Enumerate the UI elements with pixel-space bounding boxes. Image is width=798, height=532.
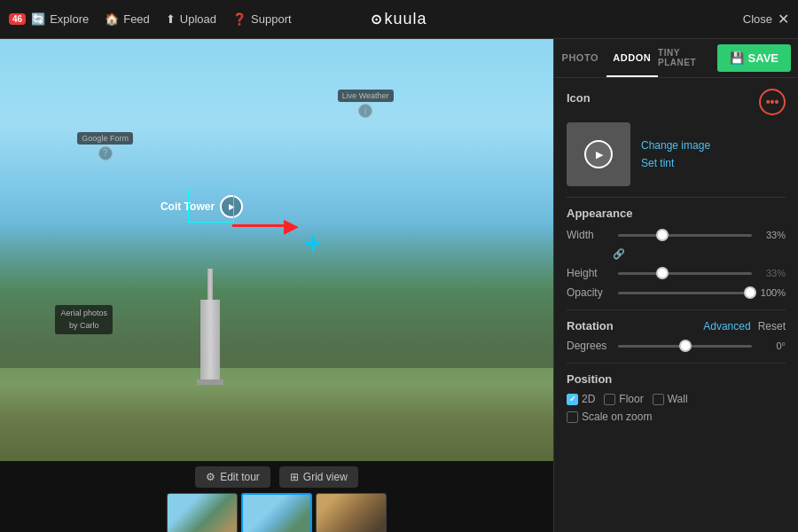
thumbnails-row	[167, 493, 387, 532]
scale-label: Scale on zoom	[582, 411, 652, 423]
tab-tiny-planet[interactable]: TINY PLANET	[658, 39, 710, 77]
grid-icon: ⊞	[290, 471, 299, 483]
height-slider[interactable]	[618, 272, 752, 275]
close-icon[interactable]: ✕	[778, 11, 789, 27]
2d-checkbox[interactable]: ✓	[567, 394, 578, 405]
rotation-section: Rotation Advanced Reset Degrees 0°	[567, 319, 786, 352]
divider-1	[567, 197, 786, 198]
notification-badge[interactable]: 46	[9, 13, 26, 25]
height-label: Height	[567, 267, 613, 279]
close-area[interactable]: Close ✕	[743, 11, 789, 27]
wall-label: Wall	[668, 393, 688, 405]
icon-links: Change image Set tint	[641, 139, 710, 169]
wall-checkbox[interactable]	[653, 394, 664, 405]
width-label: Width	[567, 229, 613, 241]
nav-feed[interactable]: 🏠 Feed	[105, 12, 150, 26]
save-icon: 💾	[730, 51, 744, 65]
play-triangle-icon: ▶	[596, 149, 603, 160]
live-weather-icon[interactable]: i	[358, 104, 372, 118]
main-layout: Google Form ? Live Weather i Coit Tower …	[0, 39, 798, 532]
photo-strip: ⚙ Edit tour ⊞ Grid view ▾	[0, 461, 553, 532]
icon-section: Icon ••• ▶ Change image Set tint	[567, 89, 786, 186]
position-2d[interactable]: ✓ 2D	[567, 393, 595, 405]
icon-preview: ▶	[567, 122, 630, 186]
position-section: Position ✓ 2D Floor Wall	[567, 372, 786, 423]
city-bg	[0, 221, 553, 369]
google-form-hotspot[interactable]: Google Form ?	[77, 132, 133, 160]
coit-tower-play-button[interactable]: ▶	[220, 195, 243, 218]
grid-view-button[interactable]: ⊞ Grid view	[279, 466, 358, 488]
opacity-label: Opacity	[567, 286, 613, 299]
edit-tour-button[interactable]: ⚙ Edit tour	[195, 466, 270, 488]
rotation-header: Rotation Advanced Reset	[567, 319, 786, 332]
scale-checkbox[interactable]	[567, 411, 578, 423]
logo: ⊙kuula	[371, 10, 426, 28]
rotation-title: Rotation	[567, 319, 703, 332]
nav-upload[interactable]: ⬆ Upload	[166, 12, 216, 26]
degrees-thumb[interactable]	[679, 340, 692, 352]
change-image-link[interactable]: Change image	[641, 139, 710, 152]
top-nav: 46 🔄 Explore 🏠 Feed ⬆ Upload ❓ Support ⊙…	[0, 0, 798, 39]
panel-content: Icon ••• ▶ Change image Set tint	[554, 78, 798, 532]
gear-icon: ⚙	[206, 471, 215, 483]
support-icon: ❓	[232, 12, 246, 26]
2d-label: 2D	[582, 393, 595, 405]
feed-icon: 🏠	[105, 12, 119, 26]
width-slider[interactable]	[618, 234, 752, 237]
position-wall[interactable]: Wall	[653, 393, 688, 405]
height-row: Height 33%	[567, 267, 786, 279]
tab-bar: PHOTO ADDON TINY PLANET 💾 SAVE	[554, 39, 798, 78]
opacity-slider[interactable]	[618, 292, 752, 294]
link-icon: 🔗	[613, 248, 625, 260]
set-tint-link[interactable]: Set tint	[641, 157, 710, 169]
thumbnail-2[interactable]	[241, 493, 312, 532]
google-form-icon[interactable]: ?	[98, 146, 113, 160]
more-options-button[interactable]: •••	[759, 89, 786, 115]
floor-label: Floor	[619, 393, 643, 405]
photo-panel: Google Form ? Live Weather i Coit Tower …	[0, 39, 553, 532]
coit-tower	[197, 269, 223, 385]
icon-section-title: Icon	[567, 91, 591, 105]
nav-support[interactable]: ❓ Support	[232, 12, 292, 26]
reset-link[interactable]: Reset	[758, 320, 786, 332]
degrees-value: 0°	[757, 340, 786, 351]
position-options-row: ✓ 2D Floor Wall	[567, 393, 786, 405]
explore-icon: 🔄	[31, 12, 45, 26]
icon-row: ▶ Change image Set tint	[567, 122, 786, 186]
thumbnail-1[interactable]	[167, 493, 238, 532]
position-title: Position	[567, 372, 786, 386]
height-thumb[interactable]	[656, 267, 669, 279]
coit-tower-text: Coit Tower	[160, 200, 215, 213]
scale-on-zoom[interactable]: Scale on zoom	[567, 411, 786, 423]
tab-photo[interactable]: PHOTO	[554, 39, 606, 77]
position-floor[interactable]: Floor	[604, 393, 643, 405]
appearance-section: Appearance Width 33% 🔗 Height	[567, 207, 786, 299]
height-value: 33%	[757, 268, 786, 278]
width-thumb[interactable]	[656, 229, 669, 241]
rotation-controls: Advanced Reset	[703, 320, 786, 332]
thumbnail-3[interactable]	[316, 493, 387, 532]
opacity-row: Opacity 100%	[567, 286, 786, 299]
advanced-link[interactable]: Advanced	[703, 320, 750, 332]
degrees-label: Degrees	[567, 340, 613, 352]
upload-icon: ⬆	[166, 12, 176, 26]
degrees-row: Degrees 0°	[567, 340, 786, 352]
appearance-title: Appearance	[567, 207, 786, 220]
opacity-thumb[interactable]	[744, 286, 756, 299]
save-button[interactable]: 💾 SAVE	[717, 44, 791, 72]
tab-addon[interactable]: ADDON	[606, 39, 659, 77]
icon-play-circle: ▶	[584, 140, 613, 168]
right-panel: PHOTO ADDON TINY PLANET 💾 SAVE Icon •••	[553, 39, 798, 532]
coit-tower-label: Coit Tower ▶	[160, 195, 243, 218]
aerial-photos-hotspot[interactable]: Aerial photosby Carlo	[55, 305, 113, 334]
photo-main[interactable]: Google Form ? Live Weather i Coit Tower …	[0, 39, 553, 461]
floor-checkbox[interactable]	[604, 394, 615, 405]
opacity-value: 100%	[757, 287, 786, 298]
live-weather-hotspot[interactable]: Live Weather i	[338, 90, 394, 118]
link-icon-row: 🔗	[613, 248, 786, 260]
nav-explore[interactable]: 🔄 Explore	[31, 12, 89, 26]
degrees-slider[interactable]	[618, 345, 752, 348]
width-row: Width 33%	[567, 229, 786, 241]
divider-2	[567, 309, 786, 310]
move-icon[interactable]: ✛	[304, 233, 320, 256]
